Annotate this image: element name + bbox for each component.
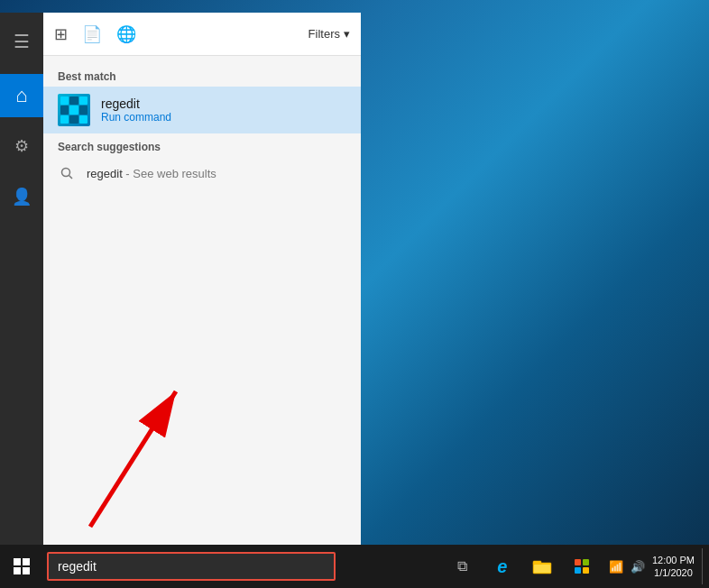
time: 12:00 PM — [652, 554, 695, 566]
sidebar-user[interactable]: 👤 — [0, 175, 43, 218]
apps-grid-icon[interactable]: ⊞ — [54, 24, 68, 44]
regedit-web-suggestion[interactable]: regedit - See web results — [43, 157, 361, 189]
windows-logo — [14, 558, 30, 574]
sidebar-home[interactable]: ⌂ — [0, 74, 43, 117]
regedit-title: regedit — [101, 96, 346, 111]
edge-button[interactable]: e — [484, 548, 520, 584]
globe-icon[interactable]: 🌐 — [116, 24, 136, 44]
network-icon[interactable]: 📶 — [609, 560, 623, 574]
sidebar-hamburger[interactable]: ☰ — [0, 20, 43, 63]
chevron-down-icon: ▾ — [344, 27, 350, 41]
svg-rect-7 — [575, 559, 581, 565]
svg-point-0 — [62, 169, 70, 177]
taskbar: ⧉ e 📶 🔊 12:00 PM 1/1/2020 — [0, 545, 709, 588]
search-input[interactable] — [58, 559, 325, 574]
svg-rect-8 — [583, 559, 589, 565]
taskbar-search-box[interactable] — [47, 552, 336, 581]
svg-rect-5 — [533, 561, 541, 565]
start-button[interactable] — [0, 548, 43, 584]
regedit-app-icon — [58, 94, 90, 126]
svg-line-1 — [69, 176, 73, 179]
regedit-result-text: regedit Run command — [101, 96, 346, 124]
suggestion-suffix: - See web results — [123, 167, 216, 180]
svg-rect-10 — [583, 567, 589, 574]
results-area: Best match regedi — [43, 56, 361, 545]
svg-rect-6 — [534, 565, 550, 573]
sidebar: ☰ ⌂ ⚙ 👤 — [0, 13, 43, 545]
filters-label: Filters — [308, 27, 340, 41]
search-panel: ☰ ⌂ ⚙ 👤 ⊞ 📄 🌐 Filters ▾ Best match — [0, 13, 361, 545]
suggestions-header: Search suggestions — [43, 133, 361, 157]
suggestion-query: regedit — [87, 167, 123, 180]
sidebar-settings[interactable]: ⚙ — [0, 124, 43, 168]
best-match-header: Best match — [43, 63, 361, 87]
file-explorer-button[interactable] — [524, 548, 560, 584]
main-content: ⊞ 📄 🌐 Filters ▾ Best match — [43, 13, 361, 545]
regedit-result[interactable]: regedit Run command — [43, 87, 361, 133]
search-suggestion-icon — [58, 164, 76, 182]
clock[interactable]: 12:00 PM 1/1/2020 — [652, 554, 695, 580]
system-tray: 📶 🔊 — [609, 560, 645, 574]
svg-rect-9 — [575, 567, 581, 574]
document-icon[interactable]: 📄 — [82, 24, 102, 44]
regedit-subtitle: Run command — [101, 111, 346, 124]
date: 1/1/2020 — [652, 566, 695, 579]
volume-icon[interactable]: 🔊 — [631, 560, 645, 574]
taskbar-icons: ⧉ e — [445, 548, 600, 584]
show-desktop-button[interactable] — [702, 548, 709, 584]
toolbar: ⊞ 📄 🌐 Filters ▾ — [43, 13, 361, 56]
store-button[interactable] — [564, 548, 600, 584]
suggestion-text: regedit - See web results — [87, 167, 216, 180]
filters-button[interactable]: Filters ▾ — [308, 27, 350, 41]
task-view-button[interactable]: ⧉ — [445, 548, 481, 584]
